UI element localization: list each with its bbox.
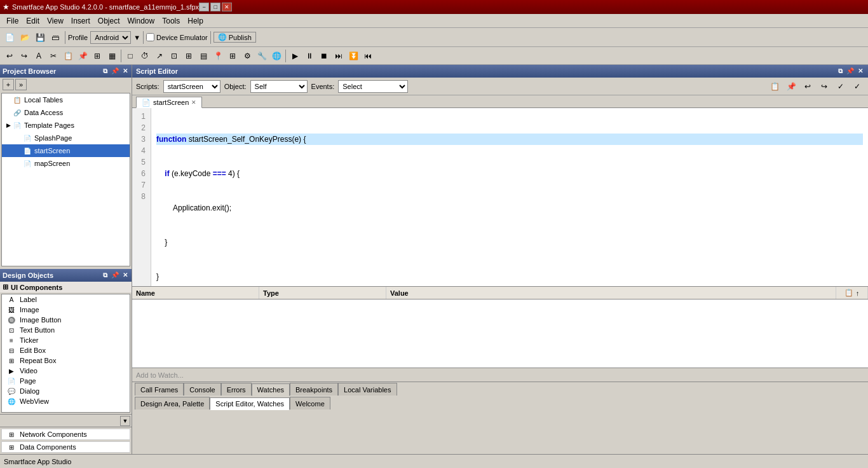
object-select[interactable]: Self <box>250 80 308 93</box>
watch-icon-2[interactable]: ↑ <box>856 289 860 297</box>
tool-18[interactable]: 🔧 <box>255 49 269 63</box>
tree-item-data-access[interactable]: 🔗 Data Access <box>2 106 130 119</box>
design-item-webview[interactable]: 🌐 WebView <box>2 396 130 406</box>
code-content[interactable]: function startScreen_Self_OnKeyPress(e) … <box>151 108 868 286</box>
se-restore-btn[interactable]: ⧉ <box>837 67 844 75</box>
design-item-text-button[interactable]: ⊡ Text Button <box>2 325 130 335</box>
android-select[interactable]: Android <box>90 31 131 44</box>
design-item-repeat-box[interactable]: ⊞ Repeat Box <box>2 355 130 366</box>
menu-tools[interactable]: Tools <box>158 15 184 27</box>
pb-close-btn[interactable]: ✕ <box>121 67 129 75</box>
save-button[interactable]: 💾 <box>33 31 47 45</box>
menu-help[interactable]: Help <box>184 15 207 27</box>
scroll-down-btn[interactable]: ▼ <box>120 416 130 426</box>
tool-16[interactable]: ⊞ <box>226 49 240 63</box>
tool-24[interactable]: ⏬ <box>346 49 360 63</box>
menu-view[interactable]: View <box>43 15 67 27</box>
tab-call-frames[interactable]: Call Frames <box>135 383 184 396</box>
se-close-btn[interactable]: ✕ <box>857 67 864 75</box>
menu-insert[interactable]: Insert <box>67 15 94 27</box>
se-btn-6[interactable]: ✓ <box>850 79 864 93</box>
tool-10[interactable]: ⏱ <box>138 49 152 63</box>
page-tab-welcome[interactable]: Welcome <box>290 397 330 410</box>
new-button[interactable]: 📄 <box>3 31 17 45</box>
design-item-image-button[interactable]: 🔘 Image Button <box>2 315 130 325</box>
menu-window[interactable]: Window <box>124 15 159 27</box>
tool-13[interactable]: ⊞ <box>182 49 196 63</box>
do-restore-btn[interactable]: ⧉ <box>102 272 109 279</box>
tab-watches[interactable]: Watches <box>252 383 290 396</box>
tab-breakpoints[interactable]: Breakpoints <box>290 383 338 396</box>
tree-item-map-screen[interactable]: 📄 mapScreen <box>2 157 130 170</box>
menu-file[interactable]: File <box>3 15 22 27</box>
page-tab-design[interactable]: Design Area, Palette <box>135 397 210 410</box>
open-button[interactable]: 📂 <box>18 31 32 45</box>
tool-11[interactable]: ↗ <box>153 49 166 63</box>
menu-object[interactable]: Object <box>94 15 124 27</box>
design-item-label[interactable]: A Label <box>2 294 130 305</box>
device-emulator-checkbox[interactable] <box>146 33 154 41</box>
watch-icon-1[interactable]: 📋 <box>844 289 853 297</box>
tree-item-local-tables[interactable]: 📋 Local Tables <box>2 93 130 106</box>
design-item-edit-box[interactable]: ⊟ Edit Box <box>2 345 130 355</box>
tool-14[interactable]: ▤ <box>196 49 210 63</box>
do-close-btn[interactable]: ✕ <box>121 272 129 279</box>
tool-4[interactable]: ✂ <box>46 49 60 63</box>
network-components-item[interactable]: ⊞ Network Components <box>1 429 130 440</box>
tool-20[interactable]: ▶ <box>288 49 302 63</box>
scripts-select[interactable]: startScreen <box>163 80 220 93</box>
se-btn-4[interactable]: ↪ <box>817 79 831 93</box>
pb-restore-btn[interactable]: ⧉ <box>102 67 109 75</box>
se-pin-btn[interactable]: 📌 <box>845 67 855 75</box>
se-btn-2[interactable]: 📌 <box>784 79 798 93</box>
maximize-button[interactable]: □ <box>210 3 220 11</box>
se-btn-5[interactable]: ✓ <box>834 79 848 93</box>
publish-button[interactable]: 🌐 Publish <box>214 32 256 43</box>
tool-9[interactable]: □ <box>123 49 137 63</box>
design-item-video[interactable]: ▶ Video <box>2 366 130 376</box>
script-tab-startscreen[interactable]: 📄 startScreen ✕ <box>136 97 202 108</box>
tool-12[interactable]: ⊡ <box>167 49 181 63</box>
do-pin-btn[interactable]: 📌 <box>110 272 120 279</box>
add-btn-1[interactable]: + <box>3 79 14 90</box>
tree-item-splash-page[interactable]: 📄 SplashPage <box>2 132 130 144</box>
tab-console[interactable]: Console <box>184 383 220 396</box>
tool-15[interactable]: 📍 <box>211 49 225 63</box>
se-btn-1[interactable]: 📋 <box>768 79 782 93</box>
design-item-page[interactable]: 📄 Page <box>2 376 130 386</box>
tab-errors[interactable]: Errors <box>221 383 252 396</box>
tool-17[interactable]: ⚙ <box>240 49 254 63</box>
tool-8[interactable]: ▦ <box>105 49 119 63</box>
design-item-ticker[interactable]: ≡ Ticker <box>2 335 130 345</box>
add-watch-field[interactable]: Add to Watch... <box>132 368 868 382</box>
data-components-item[interactable]: ⊞ Data Components <box>1 441 130 453</box>
se-btn-3[interactable]: ↩ <box>801 79 815 93</box>
tool-2[interactable]: ↪ <box>17 49 31 63</box>
page-tab-script[interactable]: Script Editor, Watches <box>210 397 290 410</box>
events-select[interactable]: Select <box>338 80 408 93</box>
publish-label: Publish <box>229 34 252 41</box>
menu-edit[interactable]: Edit <box>22 15 43 27</box>
save-all-button[interactable]: 🗃 <box>48 31 62 45</box>
tool-1[interactable]: ↩ <box>3 49 17 63</box>
tool-5[interactable]: 📋 <box>61 49 75 63</box>
tool-7[interactable]: ⊞ <box>90 49 104 63</box>
code-editor[interactable]: 1 2 3 4 5 6 7 8 function startScreen_Sel… <box>132 108 868 286</box>
tool-19[interactable]: 🌐 <box>269 49 283 63</box>
tool-21[interactable]: ⏸ <box>302 49 316 63</box>
tool-25[interactable]: ⏮ <box>361 49 375 63</box>
design-item-image[interactable]: 🖼 Image <box>2 305 130 315</box>
tool-22[interactable]: ⏹ <box>317 49 331 63</box>
design-item-dialog[interactable]: 💬 Dialog <box>2 386 130 396</box>
tool-6[interactable]: 📌 <box>76 49 90 63</box>
add-btn-2[interactable]: » <box>15 79 27 90</box>
tool-3[interactable]: A <box>32 49 46 63</box>
tree-item-template-pages[interactable]: ▶ 📄 Template Pages <box>2 119 130 132</box>
minimize-button[interactable]: − <box>199 3 209 11</box>
tab-local-variables[interactable]: Local Variables <box>338 383 397 396</box>
tool-23[interactable]: ⏭ <box>332 49 346 63</box>
tree-item-start-screen[interactable]: 📄 startScreen <box>2 144 130 157</box>
tab-close-btn[interactable]: ✕ <box>191 99 196 106</box>
close-button[interactable]: ✕ <box>222 3 232 11</box>
pb-pin-btn[interactable]: 📌 <box>110 67 120 75</box>
